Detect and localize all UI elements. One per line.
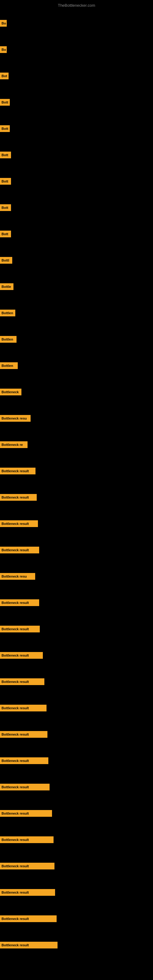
bar-row: Bottleneck result — [0, 535, 153, 562]
bar-row: Bott — [0, 193, 153, 219]
bar-label: Bottleneck result — [0, 652, 43, 659]
bar-row: Bottleneck result — [0, 799, 153, 825]
bar-label: Bottleneck result — [0, 520, 38, 527]
bar-label: Bottlen — [0, 362, 18, 369]
bar-row: Bottle — [0, 272, 153, 298]
bar-row: Bo — [0, 35, 153, 61]
bar-row: Bott — [0, 140, 153, 167]
bar-label: Bottleneck resu — [0, 573, 35, 580]
bar-label: Bott — [0, 231, 11, 237]
bar-label: Bottle — [0, 283, 13, 290]
bar-label: Bottleneck result — [0, 599, 39, 606]
bar-row: Bottlen — [0, 298, 153, 325]
bar-label: Bottl — [0, 257, 12, 264]
bar-row: Bott — [0, 219, 153, 246]
bar-label: Bott — [0, 204, 11, 211]
bar-label: Bottleneck re — [0, 441, 27, 448]
bar-row: Bottleneck result — [0, 720, 153, 746]
bar-row: Bottleneck result — [0, 851, 153, 878]
bar-row: Bott — [0, 114, 153, 140]
bar-label: Bottleneck result — [0, 731, 48, 738]
bar-row: Bottleneck resu — [0, 404, 153, 430]
bar-label: Bottleneck result — [0, 836, 54, 843]
bar-row: Bottleneck result — [0, 694, 153, 720]
bar-label: Bottleneck result — [0, 915, 57, 922]
bar-label: Bottleneck result — [0, 889, 55, 896]
bar-row: Bottlen — [0, 325, 153, 351]
bar-label: Bottleneck resu — [0, 415, 30, 422]
bar-row: Bottl — [0, 246, 153, 272]
bar-label: Bottleneck result — [0, 942, 57, 948]
bar-label: Bot — [0, 73, 9, 79]
bar-label: Bottlen — [0, 336, 16, 343]
bar-label: Bottleneck result — [0, 863, 54, 869]
bar-row: Bottleneck result — [0, 509, 153, 535]
bar-row: Bottleneck result — [0, 641, 153, 667]
bar-row: Bottleneck result — [0, 825, 153, 851]
bar-label: Bottleneck result — [0, 468, 35, 474]
bar-row: Bottleneck result — [0, 456, 153, 483]
bar-row: Bott — [0, 167, 153, 193]
bar-row: Bo — [0, 9, 153, 35]
bar-row: Bottleneck result — [0, 772, 153, 799]
bar-row: Bottleneck result — [0, 878, 153, 904]
bar-row: Bot — [0, 61, 153, 88]
bar-row: Bott — [0, 88, 153, 114]
bar-label: Bottleneck — [0, 389, 21, 395]
bar-label: Bottleneck result — [0, 678, 45, 685]
bar-label: Bo — [0, 20, 7, 27]
bar-row: Bottlen — [0, 351, 153, 377]
bar-label: Bott — [0, 125, 10, 132]
bar-label: Bottleneck result — [0, 626, 40, 632]
bar-label: Bottleneck result — [0, 757, 48, 764]
bar-row: Bottleneck result — [0, 667, 153, 694]
bar-label: Bottleneck result — [0, 705, 46, 711]
bar-label: Bott — [0, 151, 11, 158]
bar-label: Bott — [0, 99, 10, 106]
bar-label: Bottleneck result — [0, 810, 52, 817]
bar-row: Bottleneck re — [0, 430, 153, 456]
site-title: TheBottlenecker.com — [0, 1, 153, 10]
bar-row: Bottleneck result — [0, 931, 153, 957]
bar-label: Bott — [0, 178, 11, 185]
bar-row: Bottleneck result — [0, 588, 153, 614]
bars-container: BoBoBotBottBottBottBottBottBottBottlBott… — [0, 9, 153, 957]
bar-row: Bottleneck result — [0, 614, 153, 641]
bar-row: Bottleneck resu — [0, 562, 153, 588]
bar-label: Bo — [0, 46, 7, 53]
bar-label: Bottlen — [0, 310, 15, 317]
bar-row: Bottleneck result — [0, 483, 153, 509]
bar-label: Bottleneck result — [0, 494, 37, 501]
bar-label: Bottleneck result — [0, 547, 39, 554]
bar-label: Bottleneck result — [0, 784, 49, 791]
bar-row: Bottleneck result — [0, 904, 153, 931]
bar-row: Bottleneck result — [0, 746, 153, 772]
bar-row: Bottleneck — [0, 377, 153, 404]
